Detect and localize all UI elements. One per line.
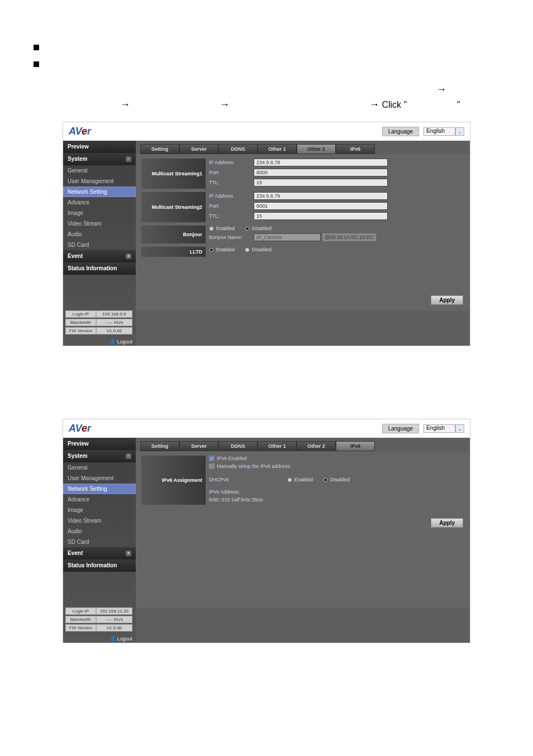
mc2-port-input[interactable] — [254, 202, 388, 210]
brand-logo: AVer — [69, 423, 91, 434]
sidebar-item-sd-card[interactable]: SD Card — [63, 240, 136, 250]
tabs: Setting Server DDNS Other 1 Other 2 IPv6 — [136, 438, 470, 451]
sidebar-system-label: System — [68, 156, 88, 162]
sidebar-status-info[interactable]: Status Information — [63, 262, 136, 275]
logout-row[interactable]: 👤 Logout — [63, 635, 136, 643]
logout-label: Logout — [117, 339, 132, 344]
arrow-icon: → — [369, 99, 379, 110]
sidebar-event-header[interactable]: Event + — [63, 250, 136, 262]
main-content: Multicast Streaming1 IP Address: Port: T… — [136, 154, 470, 310]
plus-icon[interactable]: + — [126, 551, 131, 556]
lltd-disabled-radio[interactable] — [245, 247, 250, 252]
logout-label: Logout — [117, 636, 132, 642]
dhcpv6-enabled-radio[interactable] — [287, 477, 292, 482]
tab-other2[interactable]: Other 2 — [297, 441, 336, 451]
status-fw-label: FW Version — [65, 624, 96, 631]
ipv6-enabled-checkbox[interactable]: ✓ — [209, 456, 215, 461]
tab-server[interactable]: Server — [179, 441, 218, 451]
language-button[interactable]: Language — [382, 127, 420, 136]
apply-button[interactable]: Apply — [431, 295, 463, 305]
sidebar-preview[interactable]: Preview — [63, 438, 136, 450]
tab-ipv6[interactable]: IPv6 — [336, 441, 375, 451]
sidebar-preview[interactable]: Preview — [63, 141, 136, 153]
sidebar-item-image[interactable]: Image — [63, 505, 136, 515]
bullet-icon — [34, 45, 39, 50]
tab-setting[interactable]: Setting — [140, 441, 179, 451]
mc1-ttl-input[interactable] — [254, 179, 388, 186]
sidebar-status-label: Status Information — [68, 562, 117, 568]
click-text: Click " — [382, 100, 407, 109]
sidebar-system-header[interactable]: System − — [63, 153, 136, 165]
chevron-down-icon[interactable]: ⌄ — [455, 127, 464, 136]
minus-icon[interactable]: − — [126, 453, 131, 459]
sidebar-item-sd-card[interactable]: SD Card — [63, 537, 136, 547]
dhcpv6-disabled-radio[interactable] — [323, 477, 328, 482]
apply-button[interactable]: Apply — [431, 518, 463, 528]
mc2-ip-input[interactable] — [254, 192, 388, 200]
sidebar-item-general[interactable]: General — [63, 165, 136, 176]
plus-icon[interactable]: + — [126, 253, 131, 259]
sidebar-item-advance[interactable]: Advance — [63, 197, 136, 208]
sidebar-item-user-management[interactable]: User Management — [63, 473, 136, 484]
ipv6-addr-value: fe80::218:1aff:fe0c:35ce — [209, 497, 263, 503]
dhcpv6-label: DHCPv6: — [209, 477, 287, 482]
bonjour-name-input[interactable] — [254, 233, 321, 241]
admin-panel-ipv6: AVer Language English ⌄ Preview System −… — [63, 419, 470, 643]
bonjour-enabled-label: Enabled — [216, 226, 235, 231]
sidebar-item-general[interactable]: General — [63, 462, 136, 473]
bonjour-enabled-radio[interactable] — [209, 226, 214, 231]
language-select[interactable]: English — [423, 424, 455, 433]
language-select[interactable]: English — [423, 127, 455, 136]
status-fw-value: V1.0.30 — [96, 624, 132, 631]
user-icon: 👤 — [110, 636, 116, 642]
user-icon: 👤 — [110, 339, 116, 344]
ipv6-manual-checkbox[interactable]: ✓ — [209, 463, 215, 469]
bonjour-disabled-label: Disabled — [252, 226, 272, 231]
sidebar-system-label: System — [68, 453, 88, 459]
main-content: IPv6 Assignment ✓ IPv6 Enabled ✓ Manuall… — [136, 451, 470, 607]
tab-other1[interactable]: Other 1 — [258, 144, 297, 154]
status-login-ip-value: 192.168.0.6 — [96, 310, 132, 318]
arrow-icon: → — [220, 99, 230, 111]
top-bar: AVer Language English ⌄ — [63, 122, 470, 141]
tab-ipv6[interactable]: IPv6 — [336, 144, 375, 154]
tab-server[interactable]: Server — [179, 144, 218, 154]
ipv6-manual-label: Manually setup the IPv6 address: — [217, 463, 291, 469]
sidebar-status-label: Status Information — [68, 265, 117, 271]
status-fw-value: V1.0.62 — [96, 327, 132, 334]
tab-other1[interactable]: Other 1 — [258, 441, 297, 451]
sidebar-item-network-setting[interactable]: Network Setting — [63, 186, 136, 197]
status-fw-label: FW Version — [65, 327, 96, 334]
sidebar-status-info[interactable]: Status Information — [63, 559, 136, 572]
lltd-enabled-radio[interactable] — [209, 247, 214, 252]
language-button[interactable]: Language — [382, 424, 420, 433]
logout-row[interactable]: 👤 Logout — [63, 338, 136, 346]
tab-setting[interactable]: Setting — [140, 144, 179, 154]
sidebar-item-network-setting[interactable]: Network Setting — [63, 484, 136, 494]
mc1-port-input[interactable] — [254, 169, 388, 176]
lltd-section-label: LLTD — [141, 247, 206, 257]
minus-icon[interactable]: − — [126, 156, 131, 162]
sidebar-item-user-management[interactable]: User Management — [63, 176, 136, 186]
brand-logo: AVer — [69, 126, 91, 137]
sidebar-event-header[interactable]: Event + — [63, 547, 136, 559]
tab-other2[interactable]: Other 2 — [297, 144, 336, 154]
sidebar-item-audio[interactable]: Audio — [63, 229, 136, 240]
tab-ddns[interactable]: DDNS — [218, 144, 258, 154]
status-login-ip-label: Login IP — [65, 607, 96, 615]
arrow-icon: → — [436, 84, 446, 95]
ipv6-addr-label: IPv6 Address: — [209, 489, 240, 495]
mc1-ip-input[interactable] — [254, 159, 388, 166]
sidebar-item-video-stream[interactable]: Video Stream — [63, 218, 136, 229]
mc2-ttl-input[interactable] — [254, 212, 388, 220]
sidebar-item-video-stream[interactable]: Video Stream — [63, 515, 136, 526]
sidebar-item-advance[interactable]: Advance — [63, 494, 136, 505]
chevron-down-icon[interactable]: ⌄ — [455, 424, 464, 433]
sidebar-system-header[interactable]: System − — [63, 450, 136, 462]
sidebar-event-label: Event — [68, 550, 83, 556]
sidebar-event-label: Event — [68, 253, 83, 259]
sidebar-item-audio[interactable]: Audio — [63, 526, 136, 537]
tab-ddns[interactable]: DDNS — [218, 441, 258, 451]
sidebar-item-image[interactable]: Image — [63, 208, 136, 218]
bonjour-disabled-radio[interactable] — [245, 226, 250, 231]
